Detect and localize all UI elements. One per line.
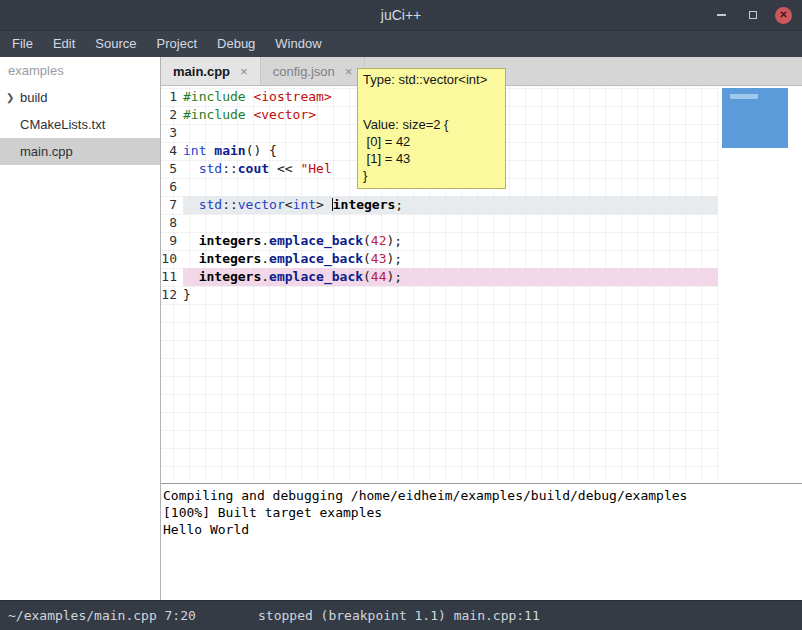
editor-line-10[interactable]: 10 integers.emplace_back(43); (161, 250, 718, 268)
tab-label: config.json (273, 64, 335, 79)
code-segment (183, 161, 199, 176)
scroll-overview-highlight (730, 94, 758, 99)
tree-item-cmakelists-txt[interactable]: CMakeLists.txt (0, 111, 160, 138)
tooltip-value-line: [1] = 43 (363, 150, 500, 167)
juci-window: juCi++ ✕ FileEditSourceProjectDebugWindo… (0, 0, 802, 630)
file-tree: ❯buildCMakeLists.txtmain.cpp (0, 84, 160, 165)
close-button[interactable]: ✕ (775, 7, 792, 24)
code-segment: int (183, 143, 206, 158)
line-number[interactable]: 6 (161, 178, 183, 196)
code-text: } (183, 286, 718, 304)
code-segment: . (261, 233, 269, 248)
code-segment: int (293, 197, 316, 212)
maximize-button[interactable] (744, 7, 761, 24)
code-segment: main (214, 143, 245, 158)
code-segment: std (199, 197, 222, 212)
window-controls: ✕ (713, 0, 792, 30)
line-number[interactable]: 3 (161, 124, 183, 142)
line-number[interactable]: 1 (161, 88, 183, 106)
minimize-icon (717, 14, 726, 16)
status-file-position: ~/examples/main.cpp 7:20 (8, 601, 196, 630)
status-debug-state: stopped (breakpoint 1.1) main.cpp:11 (258, 601, 540, 630)
code-segment: ); (387, 269, 403, 284)
code-segment: "Hel (300, 161, 331, 176)
chevron-right-icon[interactable]: ❯ (6, 92, 20, 103)
tooltip-value-line: Value: size=2 { (363, 116, 500, 133)
code-segment: 44 (371, 269, 387, 284)
line-number[interactable]: 4 (161, 142, 183, 160)
menu-item-window[interactable]: Window (265, 31, 331, 57)
editor-line-8[interactable]: 8 (161, 214, 718, 232)
output-line: [100%] Built target examples (163, 504, 802, 521)
code-segment: <vector> (253, 107, 316, 122)
output-pane[interactable]: Compiling and debugging /home/eidheim/ex… (161, 484, 802, 600)
tree-item-main-cpp[interactable]: main.cpp (0, 138, 160, 165)
debug-value-tooltip: Type: std::vector<int> Value: size=2 { [… (357, 68, 506, 189)
code-text: std::vector<int> integers; (183, 196, 718, 214)
title-bar[interactable]: juCi++ ✕ (0, 0, 802, 30)
tree-item-build[interactable]: ❯build (0, 84, 160, 111)
tab-config-json[interactable]: config.json× (261, 57, 366, 85)
line-number[interactable]: 12 (161, 286, 183, 304)
code-segment: 42 (371, 233, 387, 248)
tooltip-type-line: Type: std::vector<int> (363, 71, 500, 88)
file-browser-sidebar: examples ❯buildCMakeLists.txtmain.cpp (0, 57, 160, 600)
minimize-button[interactable] (713, 7, 730, 24)
line-number[interactable]: 11 (161, 268, 183, 286)
tab-close-icon[interactable]: × (345, 65, 353, 78)
code-segment: :: (222, 197, 238, 212)
code-segment: vector (238, 197, 285, 212)
project-folder-label: examples (0, 57, 160, 84)
tooltip-value-block: Value: size=2 { [0] = 42 [1] = 43} (363, 116, 500, 184)
code-segment: ( (363, 269, 371, 284)
code-segment (183, 197, 199, 212)
editor-line-12[interactable]: 12} (161, 286, 718, 304)
code-segment: ); (387, 233, 403, 248)
line-number[interactable]: 10 (161, 250, 183, 268)
line-number[interactable]: 7 (161, 196, 183, 214)
editor-line-7[interactable]: 7 std::vector<int> integers; (161, 196, 718, 214)
tab-main-cpp[interactable]: main.cpp× (161, 57, 261, 85)
output-line: Compiling and debugging /home/eidheim/ex… (163, 487, 802, 504)
code-segment: 43 (371, 251, 387, 266)
menu-item-debug[interactable]: Debug (207, 31, 265, 57)
line-number[interactable]: 8 (161, 214, 183, 232)
code-text: integers.emplace_back(43); (183, 250, 718, 268)
menu-item-edit[interactable]: Edit (43, 31, 85, 57)
output-line: Hello World (163, 521, 802, 538)
tree-item-label: CMakeLists.txt (20, 117, 105, 132)
code-segment: integers (199, 233, 262, 248)
code-segment: #include (183, 107, 246, 122)
code-segment: cout (238, 161, 269, 176)
code-segment: emplace_back (269, 233, 363, 248)
code-segment (183, 269, 199, 284)
menu-item-source[interactable]: Source (85, 31, 146, 57)
code-segment: . (261, 251, 269, 266)
line-number[interactable]: 2 (161, 106, 183, 124)
editor-line-9[interactable]: 9 integers.emplace_back(42); (161, 232, 718, 250)
code-segment: emplace_back (269, 251, 363, 266)
code-segment: ( (363, 233, 371, 248)
menu-item-file[interactable]: File (2, 31, 43, 57)
code-text: integers.emplace_back(42); (183, 232, 718, 250)
code-segment: <iostream> (253, 89, 331, 104)
editor-line-11[interactable]: 11 integers.emplace_back(44); (161, 268, 718, 286)
code-text: integers.emplace_back(44); (183, 268, 718, 286)
code-segment: < (285, 197, 293, 212)
tree-item-label: build (20, 90, 47, 105)
code-segment: } (183, 287, 191, 302)
code-segment: () { (246, 143, 277, 158)
tooltip-value-line: } (363, 167, 500, 184)
code-segment: std (199, 161, 222, 176)
tree-item-label: main.cpp (20, 144, 73, 159)
code-segment: integers (199, 269, 262, 284)
tab-close-icon[interactable]: × (240, 65, 248, 78)
line-number[interactable]: 9 (161, 232, 183, 250)
line-number[interactable]: 5 (161, 160, 183, 178)
menu-item-project[interactable]: Project (147, 31, 207, 57)
code-segment (183, 251, 199, 266)
code-segment: > (316, 197, 332, 212)
scroll-overview-widget[interactable] (722, 88, 788, 148)
code-segment: integers (199, 251, 262, 266)
tab-label: main.cpp (173, 64, 230, 79)
